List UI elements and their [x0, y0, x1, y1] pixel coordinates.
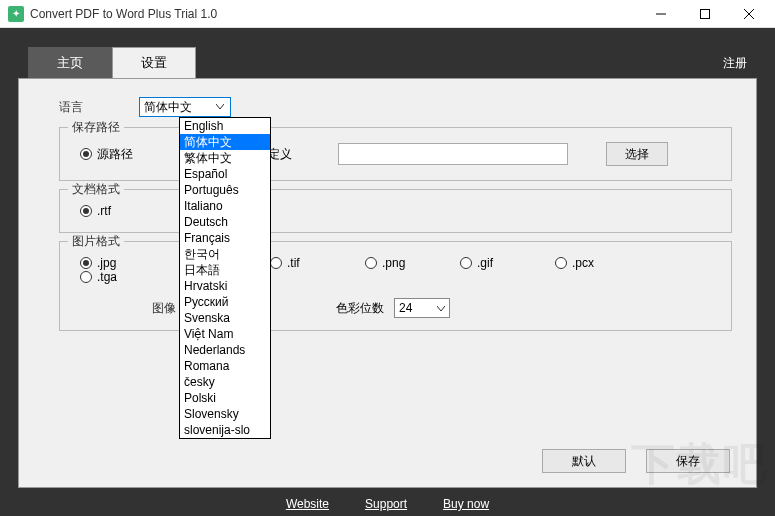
chevron-down-icon: [214, 104, 226, 110]
footer-website-link[interactable]: Website: [286, 497, 329, 511]
chevron-down-icon: [437, 301, 445, 315]
footer-buynow-link[interactable]: Buy now: [443, 497, 489, 511]
language-option[interactable]: Русский: [180, 294, 270, 310]
language-option[interactable]: 한국어: [180, 246, 270, 262]
radio-icon: [80, 148, 92, 160]
radio-gif-label: .gif: [477, 256, 493, 270]
language-option[interactable]: slovenija-slo: [180, 422, 270, 438]
radio-tif-label: .tif: [287, 256, 300, 270]
color-bits-label: 色彩位数: [336, 300, 384, 317]
radio-pcx-label: .pcx: [572, 256, 594, 270]
custom-path-input[interactable]: [338, 143, 568, 165]
img-format-fieldset: 图片格式 .jpg .tif .png .gif: [59, 241, 732, 331]
save-path-legend: 保存路径: [68, 119, 124, 136]
save-button[interactable]: 保存: [646, 449, 730, 473]
doc-format-legend: 文档格式: [68, 181, 124, 198]
img-format-legend: 图片格式: [68, 233, 124, 250]
radio-icon: [460, 257, 472, 269]
close-button[interactable]: [727, 0, 771, 28]
radio-tga[interactable]: .tga: [80, 270, 160, 284]
maximize-button[interactable]: [683, 0, 727, 28]
language-select[interactable]: 简体中文: [139, 97, 231, 117]
language-option[interactable]: Svenska: [180, 310, 270, 326]
register-link[interactable]: 注册: [713, 49, 757, 78]
default-button[interactable]: 默认: [542, 449, 626, 473]
language-option[interactable]: Deutsch: [180, 214, 270, 230]
language-label: 语言: [59, 99, 139, 116]
language-option[interactable]: Hrvatski: [180, 278, 270, 294]
minimize-button[interactable]: [639, 0, 683, 28]
bottom-buttons: 默认 保存: [542, 449, 730, 473]
radio-icon: [80, 257, 92, 269]
radio-icon: [80, 205, 92, 217]
footer-support-link[interactable]: Support: [365, 497, 407, 511]
radio-rtf[interactable]: .rtf: [80, 204, 111, 218]
language-dropdown-list[interactable]: English简体中文繁体中文EspañolPortuguêsItalianoD…: [179, 117, 271, 439]
radio-icon: [80, 271, 92, 283]
color-bits-select[interactable]: 24: [394, 298, 450, 318]
language-option[interactable]: Romana: [180, 358, 270, 374]
radio-icon: [365, 257, 377, 269]
language-selected-text: 简体中文: [144, 99, 214, 116]
titlebar: ✦ Convert PDF to Word Plus Trial 1.0: [0, 0, 775, 28]
browse-button[interactable]: 选择: [606, 142, 668, 166]
language-option[interactable]: 繁体中文: [180, 150, 270, 166]
doc-format-fieldset: 文档格式 .rtf: [59, 189, 732, 233]
color-bits-value: 24: [399, 301, 412, 315]
radio-gif[interactable]: .gif: [460, 256, 555, 270]
language-option[interactable]: 日本語: [180, 262, 270, 278]
radio-tif[interactable]: .tif: [270, 256, 365, 270]
language-option[interactable]: Nederlands: [180, 342, 270, 358]
radio-jpg[interactable]: .jpg: [80, 256, 175, 270]
svg-rect-1: [701, 9, 710, 18]
radio-icon: [555, 257, 567, 269]
language-option[interactable]: Français: [180, 230, 270, 246]
language-option[interactable]: Português: [180, 182, 270, 198]
language-option[interactable]: Slovensky: [180, 406, 270, 422]
tabs-row: 主页 设置 注册: [0, 28, 775, 78]
language-row: 语言 简体中文: [59, 97, 732, 117]
window-title: Convert PDF to Word Plus Trial 1.0: [30, 7, 639, 21]
radio-png-label: .png: [382, 256, 405, 270]
language-option[interactable]: Italiano: [180, 198, 270, 214]
language-option[interactable]: Español: [180, 166, 270, 182]
image-prefix-label: 图像: [152, 300, 176, 317]
tab-settings[interactable]: 设置: [112, 47, 196, 78]
language-option[interactable]: English: [180, 118, 270, 134]
language-option[interactable]: 简体中文: [180, 134, 270, 150]
client-area: 主页 设置 注册 语言 简体中文 保存路径 源路径: [0, 28, 775, 516]
radio-rtf-label: .rtf: [97, 204, 111, 218]
save-path-fieldset: 保存路径 源路径 自定义 选择: [59, 127, 732, 181]
settings-panel: 语言 简体中文 保存路径 源路径 自定义 选择: [18, 78, 757, 488]
language-option[interactable]: Việt Nam: [180, 326, 270, 342]
radio-source-path[interactable]: 源路径: [80, 146, 133, 163]
radio-tga-label: .tga: [97, 270, 117, 284]
radio-source-path-label: 源路径: [97, 146, 133, 163]
tab-home[interactable]: 主页: [28, 47, 112, 78]
radio-icon: [270, 257, 282, 269]
radio-png[interactable]: .png: [365, 256, 460, 270]
app-icon: ✦: [8, 6, 24, 22]
radio-jpg-label: .jpg: [97, 256, 116, 270]
footer: Website Support Buy now: [0, 492, 775, 516]
language-option[interactable]: česky: [180, 374, 270, 390]
language-option[interactable]: Polski: [180, 390, 270, 406]
radio-pcx[interactable]: .pcx: [555, 256, 650, 270]
